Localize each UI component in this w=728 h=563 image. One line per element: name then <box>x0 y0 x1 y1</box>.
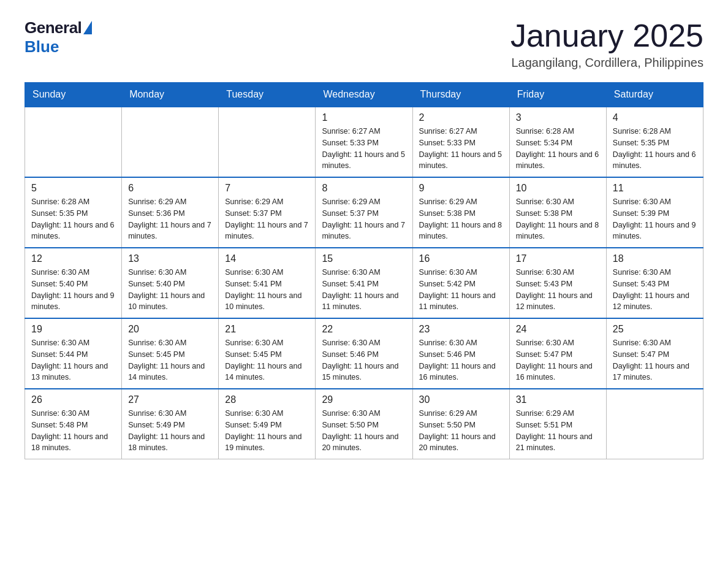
calendar-table: SundayMondayTuesdayWednesdayThursdayFrid… <box>25 82 703 459</box>
calendar-cell: 25Sunrise: 6:30 AMSunset: 5:47 PMDayligh… <box>606 318 703 389</box>
calendar-cell: 26Sunrise: 6:30 AMSunset: 5:48 PMDayligh… <box>25 389 122 459</box>
page-header: General Blue January 2025 Lagangilang, C… <box>25 18 703 70</box>
calendar-cell: 15Sunrise: 6:30 AMSunset: 5:41 PMDayligh… <box>316 248 412 318</box>
day-number: 6 <box>128 183 212 194</box>
day-info: Sunrise: 6:30 AMSunset: 5:43 PMDaylight:… <box>516 267 600 313</box>
day-number: 20 <box>128 324 212 335</box>
weekday-header-saturday: Saturday <box>606 83 703 107</box>
day-number: 15 <box>322 253 406 264</box>
day-info: Sunrise: 6:28 AMSunset: 5:35 PMDaylight:… <box>613 126 697 172</box>
calendar-cell: 30Sunrise: 6:29 AMSunset: 5:50 PMDayligh… <box>412 389 509 459</box>
calendar-cell: 3Sunrise: 6:28 AMSunset: 5:34 PMDaylight… <box>509 107 606 177</box>
calendar-cell: 2Sunrise: 6:27 AMSunset: 5:33 PMDaylight… <box>412 107 509 177</box>
day-info: Sunrise: 6:29 AMSunset: 5:37 PMDaylight:… <box>225 196 309 242</box>
day-number: 2 <box>419 112 503 123</box>
day-number: 21 <box>225 324 309 335</box>
week-row-1: 1Sunrise: 6:27 AMSunset: 5:33 PMDaylight… <box>25 107 703 177</box>
day-number: 24 <box>516 324 600 335</box>
calendar-cell: 14Sunrise: 6:30 AMSunset: 5:41 PMDayligh… <box>219 248 316 318</box>
calendar-cell: 9Sunrise: 6:29 AMSunset: 5:38 PMDaylight… <box>412 177 509 248</box>
calendar-cell: 29Sunrise: 6:30 AMSunset: 5:50 PMDayligh… <box>316 389 412 459</box>
month-title: January 2025 <box>510 18 703 53</box>
calendar-cell: 16Sunrise: 6:30 AMSunset: 5:42 PMDayligh… <box>412 248 509 318</box>
calendar-cell: 31Sunrise: 6:29 AMSunset: 5:51 PMDayligh… <box>509 389 606 459</box>
calendar-cell: 10Sunrise: 6:30 AMSunset: 5:38 PMDayligh… <box>509 177 606 248</box>
day-info: Sunrise: 6:27 AMSunset: 5:33 PMDaylight:… <box>419 126 503 172</box>
calendar-cell: 5Sunrise: 6:28 AMSunset: 5:35 PMDaylight… <box>25 177 122 248</box>
day-number: 26 <box>31 394 115 405</box>
day-number: 14 <box>225 253 309 264</box>
calendar-cell: 22Sunrise: 6:30 AMSunset: 5:46 PMDayligh… <box>316 318 412 389</box>
day-number: 10 <box>516 183 600 194</box>
weekday-header-thursday: Thursday <box>412 83 509 107</box>
day-info: Sunrise: 6:29 AMSunset: 5:38 PMDaylight:… <box>419 196 503 242</box>
day-info: Sunrise: 6:30 AMSunset: 5:40 PMDaylight:… <box>31 267 115 313</box>
day-number: 28 <box>225 394 309 405</box>
day-number: 18 <box>613 253 697 264</box>
calendar-cell: 23Sunrise: 6:30 AMSunset: 5:46 PMDayligh… <box>412 318 509 389</box>
day-number: 30 <box>419 394 503 405</box>
logo-triangle-icon <box>83 21 92 34</box>
day-info: Sunrise: 6:30 AMSunset: 5:47 PMDaylight:… <box>613 337 697 383</box>
day-number: 4 <box>613 112 697 123</box>
day-info: Sunrise: 6:28 AMSunset: 5:35 PMDaylight:… <box>31 196 115 242</box>
day-info: Sunrise: 6:30 AMSunset: 5:45 PMDaylight:… <box>225 337 309 383</box>
calendar-cell: 21Sunrise: 6:30 AMSunset: 5:45 PMDayligh… <box>219 318 316 389</box>
day-info: Sunrise: 6:30 AMSunset: 5:48 PMDaylight:… <box>31 408 115 454</box>
day-number: 12 <box>31 253 115 264</box>
calendar-cell <box>122 107 219 177</box>
day-number: 29 <box>322 394 406 405</box>
day-info: Sunrise: 6:30 AMSunset: 5:41 PMDaylight:… <box>322 267 406 313</box>
calendar-cell: 18Sunrise: 6:30 AMSunset: 5:43 PMDayligh… <box>606 248 703 318</box>
calendar-cell: 12Sunrise: 6:30 AMSunset: 5:40 PMDayligh… <box>25 248 122 318</box>
calendar-cell <box>606 389 703 459</box>
weekday-header-friday: Friday <box>509 83 606 107</box>
day-info: Sunrise: 6:27 AMSunset: 5:33 PMDaylight:… <box>322 126 406 172</box>
day-info: Sunrise: 6:30 AMSunset: 5:46 PMDaylight:… <box>419 337 503 383</box>
week-row-4: 19Sunrise: 6:30 AMSunset: 5:44 PMDayligh… <box>25 318 703 389</box>
day-number: 7 <box>225 183 309 194</box>
weekday-header-wednesday: Wednesday <box>316 83 412 107</box>
calendar-cell: 24Sunrise: 6:30 AMSunset: 5:47 PMDayligh… <box>509 318 606 389</box>
day-info: Sunrise: 6:30 AMSunset: 5:42 PMDaylight:… <box>419 267 503 313</box>
calendar-cell: 17Sunrise: 6:30 AMSunset: 5:43 PMDayligh… <box>509 248 606 318</box>
day-info: Sunrise: 6:30 AMSunset: 5:40 PMDaylight:… <box>128 267 212 313</box>
day-info: Sunrise: 6:30 AMSunset: 5:45 PMDaylight:… <box>128 337 212 383</box>
day-number: 23 <box>419 324 503 335</box>
day-number: 11 <box>613 183 697 194</box>
calendar-cell: 11Sunrise: 6:30 AMSunset: 5:39 PMDayligh… <box>606 177 703 248</box>
day-number: 13 <box>128 253 212 264</box>
day-info: Sunrise: 6:30 AMSunset: 5:41 PMDaylight:… <box>225 267 309 313</box>
day-number: 22 <box>322 324 406 335</box>
calendar-cell: 20Sunrise: 6:30 AMSunset: 5:45 PMDayligh… <box>122 318 219 389</box>
day-number: 9 <box>419 183 503 194</box>
day-number: 3 <box>516 112 600 123</box>
day-number: 17 <box>516 253 600 264</box>
day-number: 1 <box>322 112 406 123</box>
weekday-header-sunday: Sunday <box>25 83 122 107</box>
day-number: 25 <box>613 324 697 335</box>
day-info: Sunrise: 6:30 AMSunset: 5:43 PMDaylight:… <box>613 267 697 313</box>
calendar-cell: 27Sunrise: 6:30 AMSunset: 5:49 PMDayligh… <box>122 389 219 459</box>
week-row-2: 5Sunrise: 6:28 AMSunset: 5:35 PMDaylight… <box>25 177 703 248</box>
day-info: Sunrise: 6:30 AMSunset: 5:49 PMDaylight:… <box>128 408 212 454</box>
day-number: 8 <box>322 183 406 194</box>
day-info: Sunrise: 6:30 AMSunset: 5:47 PMDaylight:… <box>516 337 600 383</box>
weekday-header-tuesday: Tuesday <box>219 83 316 107</box>
day-number: 5 <box>31 183 115 194</box>
day-info: Sunrise: 6:30 AMSunset: 5:49 PMDaylight:… <box>225 408 309 454</box>
day-info: Sunrise: 6:29 AMSunset: 5:36 PMDaylight:… <box>128 196 212 242</box>
weekday-header-monday: Monday <box>122 83 219 107</box>
day-info: Sunrise: 6:30 AMSunset: 5:39 PMDaylight:… <box>613 196 697 242</box>
day-info: Sunrise: 6:30 AMSunset: 5:46 PMDaylight:… <box>322 337 406 383</box>
day-number: 31 <box>516 394 600 405</box>
calendar-cell: 1Sunrise: 6:27 AMSunset: 5:33 PMDaylight… <box>316 107 412 177</box>
calendar-cell: 19Sunrise: 6:30 AMSunset: 5:44 PMDayligh… <box>25 318 122 389</box>
logo-blue-text: Blue <box>25 37 59 56</box>
day-info: Sunrise: 6:30 AMSunset: 5:50 PMDaylight:… <box>322 408 406 454</box>
calendar-cell: 28Sunrise: 6:30 AMSunset: 5:49 PMDayligh… <box>219 389 316 459</box>
calendar-cell: 8Sunrise: 6:29 AMSunset: 5:37 PMDaylight… <box>316 177 412 248</box>
calendar-cell: 6Sunrise: 6:29 AMSunset: 5:36 PMDaylight… <box>122 177 219 248</box>
calendar-cell: 7Sunrise: 6:29 AMSunset: 5:37 PMDaylight… <box>219 177 316 248</box>
calendar-cell <box>219 107 316 177</box>
